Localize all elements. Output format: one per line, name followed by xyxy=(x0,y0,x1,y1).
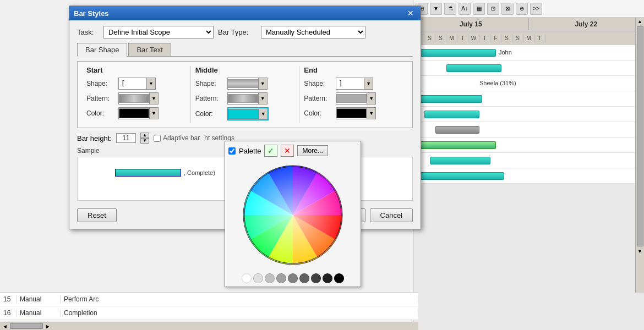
end-color-arrow[interactable]: ▼ xyxy=(367,108,375,119)
day-t: T xyxy=(457,34,468,42)
end-pattern-select[interactable]: ▼ xyxy=(336,92,376,105)
middle-title: Middle xyxy=(195,66,295,74)
scroll-vthumb[interactable] xyxy=(637,26,643,246)
dialog-close-button[interactable]: ✕ xyxy=(405,9,416,18)
swatch-gray5[interactable] xyxy=(299,273,309,283)
start-shape-select[interactable]: [ ▼ xyxy=(118,78,156,90)
start-pattern-arrow[interactable]: ▼ xyxy=(149,93,158,104)
spinner-down[interactable]: ▼ xyxy=(140,138,149,144)
middle-pattern-row: Pattern: ▼ xyxy=(195,92,295,105)
start-pattern-row: Pattern: ▼ xyxy=(86,92,186,105)
scroll-up-btn[interactable]: ▲ xyxy=(636,18,644,25)
gantt-row-s2 xyxy=(413,107,644,122)
swatch-black[interactable] xyxy=(334,273,344,283)
week-cell-2: July 22 xyxy=(529,18,645,30)
tab-bar-shape[interactable]: Bar Shape xyxy=(77,43,127,57)
adaptive-checkbox[interactable] xyxy=(154,135,161,142)
middle-color-row: Color: ▼ xyxy=(195,107,295,120)
end-pattern-arrow[interactable]: ▼ xyxy=(367,93,375,104)
start-color-label: Color: xyxy=(86,109,116,117)
row16-id: 16 xyxy=(0,309,17,317)
toolbar-btn-more[interactable]: >> xyxy=(530,3,542,15)
start-color-select[interactable]: ▼ xyxy=(118,107,159,119)
scroll-right-btn[interactable]: ► xyxy=(45,323,51,329)
start-shape-value: [ xyxy=(119,79,146,88)
toolbar-btn-5[interactable]: ▦ xyxy=(473,3,485,15)
middle-shape-select[interactable]: ▼ xyxy=(227,78,268,90)
palette-checkbox[interactable] xyxy=(228,147,236,155)
toolbar-btn-6[interactable]: ⊡ xyxy=(487,3,499,15)
end-color-select[interactable]: ▼ xyxy=(336,107,376,119)
start-color-arrow[interactable]: ▼ xyxy=(149,108,158,119)
end-section: End Shape: ] ▼ Pattern: ▼ Color: xyxy=(299,66,408,123)
palette-more-button[interactable]: More... xyxy=(297,145,328,156)
palette-cancel-button[interactable]: ✕ xyxy=(281,145,294,157)
palette-ok-button[interactable]: ✓ xyxy=(264,145,277,157)
end-shape-value: ] xyxy=(336,79,364,88)
toolbar-btn-2[interactable]: ▼ xyxy=(430,3,442,15)
cancel-button[interactable]: Cancel xyxy=(370,208,413,222)
bar-s5 xyxy=(430,157,490,164)
start-pattern-label: Pattern: xyxy=(86,95,116,102)
middle-pattern-arrow[interactable]: ▼ xyxy=(258,93,267,104)
scroll-left-btn[interactable]: ◄ xyxy=(2,323,8,329)
middle-shape-row: Shape: ▼ xyxy=(195,78,295,90)
toolbar-btn-8[interactable]: ⊕ xyxy=(516,3,528,15)
week-cell-1: July 15 xyxy=(413,18,529,30)
day-s: S xyxy=(424,34,435,42)
toolbar-btn-7[interactable]: ⊠ xyxy=(501,3,514,15)
gantt-row-s3 xyxy=(413,122,644,138)
spinner-up[interactable]: ▲ xyxy=(140,133,149,138)
gantt-row-s5 xyxy=(413,153,644,168)
bartype-select[interactable]: Manually Scheduled xyxy=(261,26,365,38)
scroll-down-btn[interactable]: ▼ xyxy=(636,248,644,255)
task-select[interactable]: Define Initial Scope xyxy=(103,26,214,38)
swatch-gray2[interactable] xyxy=(265,273,275,283)
row15-name: Perform Arc xyxy=(61,295,418,303)
bar-s1 xyxy=(416,95,482,103)
barheight-label: Bar height: xyxy=(77,134,112,142)
swatch-gray4[interactable] xyxy=(288,273,298,283)
toolbar-btn-4[interactable]: A↓ xyxy=(459,3,471,15)
gantt-row-john: John xyxy=(413,45,644,61)
tab-bar-text[interactable]: Bar Text xyxy=(128,43,171,56)
bar-empty1 xyxy=(446,64,501,72)
color-wheel-svg[interactable] xyxy=(238,160,348,270)
swatch-white[interactable] xyxy=(242,273,252,283)
middle-color-select[interactable]: ▼ xyxy=(227,107,269,120)
svg-point-1 xyxy=(243,166,342,265)
gantt-week-header: July 15 July 22 xyxy=(413,18,644,31)
end-shape-select[interactable]: ] ▼ xyxy=(336,78,373,90)
start-shape-arrow[interactable]: ▼ xyxy=(146,78,155,89)
middle-pattern-select[interactable]: ▼ xyxy=(227,92,268,105)
row16-name: Completion xyxy=(61,309,418,317)
swatch-gray3[interactable] xyxy=(276,273,286,283)
scroll-thumb[interactable] xyxy=(10,323,43,329)
start-title: Start xyxy=(86,66,186,74)
task-bartype-row: Task: Define Initial Scope Bar Type: Man… xyxy=(77,26,413,38)
middle-color-arrow[interactable]: ▼ xyxy=(259,108,268,119)
day-t3: T xyxy=(534,34,545,42)
day-m2: M xyxy=(523,34,534,42)
middle-color-label: Color: xyxy=(195,110,225,118)
dialog-title: Bar Styles xyxy=(74,9,109,18)
bartype-label: Bar Type: xyxy=(218,28,256,36)
start-shape-label: Shape: xyxy=(86,80,116,87)
barheight-input[interactable] xyxy=(116,133,136,143)
scrollbar-horizontal[interactable]: ◄ ► xyxy=(0,322,418,330)
reset-button[interactable]: Reset xyxy=(77,208,117,222)
palette-row: Palette ✓ ✕ More... xyxy=(228,145,357,157)
end-pattern-label: Pattern: xyxy=(304,95,334,102)
middle-shape-arrow[interactable]: ▼ xyxy=(258,78,267,89)
gantt-row-s4 xyxy=(413,138,644,153)
end-shape-arrow[interactable]: ▼ xyxy=(364,78,373,89)
barheight-spinner[interactable]: ▲ ▼ xyxy=(140,133,149,144)
middle-pattern-label: Pattern: xyxy=(195,95,225,102)
swatch-gray1[interactable] xyxy=(253,273,263,283)
start-pattern-select[interactable]: ▼ xyxy=(118,92,159,105)
swatch-gray6[interactable] xyxy=(311,273,321,283)
table-row-16: 16 Manual Completion xyxy=(0,306,418,320)
swatch-gray7[interactable] xyxy=(323,273,332,283)
toolbar-btn-3[interactable]: ⚗ xyxy=(444,3,456,15)
scrollbar-vertical[interactable]: ▲ ▼ xyxy=(635,18,644,293)
